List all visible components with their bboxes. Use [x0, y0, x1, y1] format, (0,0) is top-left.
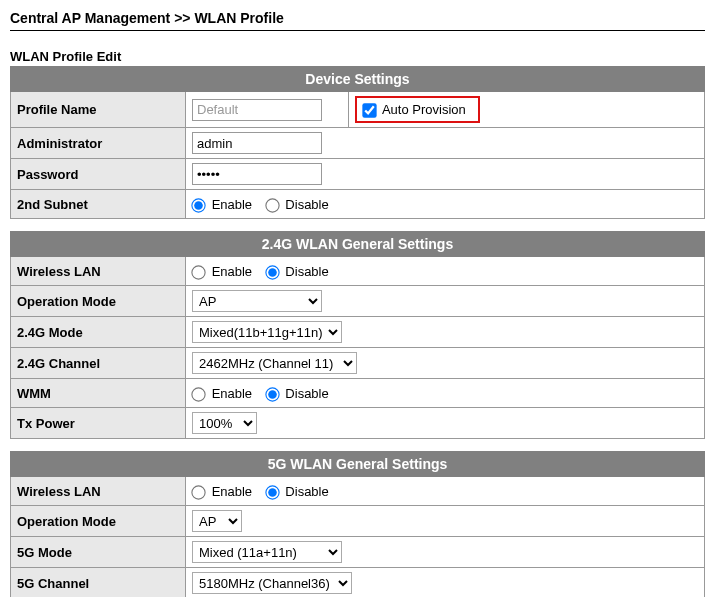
wlan24-channel-label: 2.4G Channel: [11, 348, 186, 379]
auto-provision-label: Auto Provision: [382, 102, 466, 117]
wlan24-opmode-select[interactable]: AP: [192, 290, 322, 312]
wlan5-channel-select[interactable]: 5180MHz (Channel36): [192, 572, 352, 594]
wlan24-opmode-label: Operation Mode: [11, 286, 186, 317]
wlan24-wireless-disable-option[interactable]: Disable: [266, 264, 329, 279]
wlan24-mode-select[interactable]: Mixed(11b+11g+11n): [192, 321, 342, 343]
wlan5-table: 5G WLAN General Settings Wireless LAN En…: [10, 451, 705, 597]
wlan24-wmm-disable-text: Disable: [285, 386, 328, 401]
administrator-input[interactable]: [192, 132, 322, 154]
wlan5-mode-select[interactable]: Mixed (11a+11n): [192, 541, 342, 563]
wlan24-wireless-enable-radio[interactable]: [191, 265, 205, 279]
password-input[interactable]: [192, 163, 322, 185]
subnet-enable-radio[interactable]: [191, 198, 205, 212]
auto-provision-control[interactable]: Auto Provision: [363, 102, 466, 117]
profile-name-label: Profile Name: [11, 92, 186, 128]
wlan5-channel-label: 5G Channel: [11, 568, 186, 597]
wlan24-wireless-disable-radio[interactable]: [265, 265, 279, 279]
wlan24-wireless-label: Wireless LAN: [11, 257, 186, 286]
wlan5-opmode-select[interactable]: AP: [192, 510, 242, 532]
wlan24-header: 2.4G WLAN General Settings: [11, 232, 705, 257]
wlan24-wmm-enable-radio[interactable]: [191, 387, 205, 401]
subnet-disable-text: Disable: [285, 197, 328, 212]
device-settings-table: Device Settings Profile Name Auto Provis…: [10, 66, 705, 219]
wlan24-txpower-select[interactable]: 100%: [192, 412, 257, 434]
wlan5-opmode-label: Operation Mode: [11, 506, 186, 537]
subnet-disable-radio[interactable]: [265, 198, 279, 212]
wlan24-wireless-enable-option[interactable]: Enable: [192, 264, 256, 279]
wlan24-wmm-label: WMM: [11, 379, 186, 408]
wlan5-wireless-enable-radio[interactable]: [191, 485, 205, 499]
wlan24-txpower-label: Tx Power: [11, 408, 186, 439]
wlan24-wmm-enable-option[interactable]: Enable: [192, 386, 256, 401]
wlan24-wmm-enable-text: Enable: [212, 386, 252, 401]
wlan24-mode-label: 2.4G Mode: [11, 317, 186, 348]
wlan5-wireless-enable-text: Enable: [212, 484, 252, 499]
wlan24-wmm-disable-radio[interactable]: [265, 387, 279, 401]
administrator-label: Administrator: [11, 128, 186, 159]
auto-provision-checkbox[interactable]: [362, 103, 376, 117]
wlan5-wireless-enable-option[interactable]: Enable: [192, 484, 256, 499]
wlan5-wireless-disable-radio[interactable]: [265, 485, 279, 499]
wlan24-wmm-disable-option[interactable]: Disable: [266, 386, 329, 401]
wlan5-wireless-disable-text: Disable: [285, 484, 328, 499]
wlan24-wireless-disable-text: Disable: [285, 264, 328, 279]
wlan5-mode-label: 5G Mode: [11, 537, 186, 568]
wlan24-table: 2.4G WLAN General Settings Wireless LAN …: [10, 231, 705, 439]
device-settings-header: Device Settings: [11, 67, 705, 92]
breadcrumb: Central AP Management >> WLAN Profile: [10, 10, 705, 31]
password-label: Password: [11, 159, 186, 190]
subnet-label: 2nd Subnet: [11, 190, 186, 219]
wlan24-wireless-enable-text: Enable: [212, 264, 252, 279]
auto-provision-highlight: Auto Provision: [355, 96, 480, 123]
wlan5-wireless-label: Wireless LAN: [11, 477, 186, 506]
subnet-enable-option[interactable]: Enable: [192, 197, 256, 212]
wlan24-channel-select[interactable]: 2462MHz (Channel 11): [192, 352, 357, 374]
wlan5-header: 5G WLAN General Settings: [11, 452, 705, 477]
profile-name-input[interactable]: [192, 99, 322, 121]
page-title: WLAN Profile Edit: [10, 49, 705, 64]
subnet-enable-text: Enable: [212, 197, 252, 212]
subnet-disable-option[interactable]: Disable: [266, 197, 329, 212]
wlan5-wireless-disable-option[interactable]: Disable: [266, 484, 329, 499]
